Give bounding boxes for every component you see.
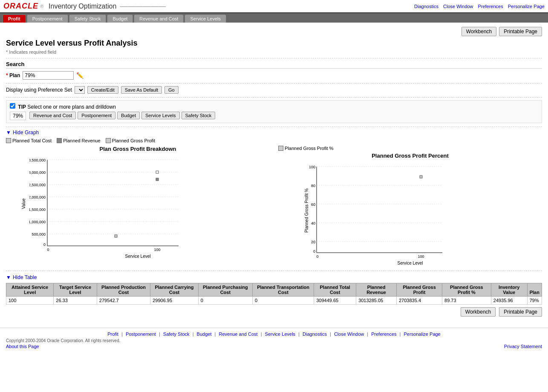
col-planned-carrying-cost[interactable]: Planned Carrying Cost [150, 283, 199, 297]
footer-links: Profit | Postponement | Safety Stock | B… [6, 331, 542, 337]
footer-postponement[interactable]: Postponement [126, 331, 156, 337]
tip-checkbox-input[interactable] [10, 103, 15, 109]
search-section-header: Search [6, 61, 542, 69]
svg-text:100: 100 [418, 254, 424, 259]
go-button[interactable]: Go [164, 86, 179, 94]
footer-close-window[interactable]: Close Window [334, 331, 364, 337]
tab-profit[interactable]: Profit [3, 14, 26, 23]
footer-safety-stock[interactable]: Safety Stock [163, 331, 190, 337]
plan-label: * Plan [6, 72, 20, 78]
col-planned-gross-profit-pct[interactable]: Planned Gross Profit % [442, 283, 491, 297]
divider-5 [6, 271, 542, 271]
cell-target-service-level: 26.33 [54, 297, 97, 305]
footer-profit[interactable]: Profit [107, 331, 118, 337]
col-planned-revenue[interactable]: Planned Revenue [356, 283, 397, 297]
svg-text:40: 40 [311, 221, 315, 225]
personalize-page-link[interactable]: Personalize Page [508, 4, 545, 9]
privacy-statement-link[interactable]: Privacy Statement [504, 344, 542, 349]
drilldown-revenue-cost[interactable]: Revenue and Cost [29, 112, 76, 119]
drilldown-budget[interactable]: Budget [117, 112, 140, 119]
printable-page-button-top[interactable]: Printable Page [499, 27, 542, 36]
copyright: Copyright 2000-2004 Oracle Corporation. … [6, 338, 542, 343]
plan-label-text: Plan [9, 72, 20, 78]
cell-planned-production-cost: 279542.7 [97, 297, 150, 305]
tab-budget[interactable]: Budget [107, 14, 133, 23]
svg-text:0: 0 [47, 248, 49, 252]
chart1-title: Plan Gross Profit Breakdown [6, 146, 270, 152]
footer-service-levels[interactable]: Service Levels [265, 331, 296, 337]
chart1-x-label: Service Level [6, 254, 270, 259]
chart2-title: Planned Gross Profit Percent [278, 153, 542, 159]
preference-label: Display using Preference Set [6, 87, 72, 93]
legend-label-gross-profit-pct: Planned Gross Profit % [285, 146, 333, 151]
svg-text:100: 100 [154, 248, 160, 252]
tab-service-levels[interactable]: Service Levels [185, 14, 226, 23]
table-row: 100 26.33 279542.7 29906.95 0 0 309449.6… [6, 297, 542, 305]
about-page-link[interactable]: About this Page [6, 344, 39, 349]
preference-select[interactable] [75, 86, 85, 94]
svg-text:3,000,000: 3,000,000 [29, 170, 46, 175]
tab-revenue-cost[interactable]: Revenue and Cost [134, 14, 184, 23]
svg-text:1,500,000: 1,500,000 [29, 208, 46, 212]
drilldown-safety-stock[interactable]: Safety Stock [182, 112, 216, 119]
footer-diagnostics[interactable]: Diagnostics [303, 331, 327, 337]
tab-postponement[interactable]: Postponement [27, 14, 68, 23]
cell-planned-gross-profit: 2703835.4 [397, 297, 442, 305]
cell-planned-revenue: 3013285.05 [356, 297, 397, 305]
drilldown-service-levels[interactable]: Service Levels [141, 112, 180, 119]
table-triangle-icon: ▼ [6, 274, 11, 280]
workbench-button-bottom[interactable]: Workbench [461, 307, 496, 317]
footer-budget[interactable]: Budget [197, 331, 212, 337]
close-window-link[interactable]: Close Window [443, 4, 473, 9]
plan-input[interactable] [23, 71, 74, 80]
workbench-button-top[interactable]: Workbench [461, 27, 496, 36]
create-edit-button[interactable]: Create/Edit [87, 86, 118, 94]
data-table: Attained Service Level Target Service Le… [6, 283, 542, 305]
col-inventory-value[interactable]: Inventory Value [491, 283, 527, 297]
drilldown-buttons: Revenue and Cost Postponement Budget Ser… [29, 112, 215, 119]
preference-row: Display using Preference Set Create/Edit… [6, 86, 542, 94]
chart2-x-label: Service Level [278, 261, 542, 265]
tip-checkbox[interactable] [10, 104, 18, 110]
svg-text:100: 100 [309, 165, 315, 169]
divider-1 [6, 58, 542, 58]
col-planned-purchasing-cost[interactable]: Planned Purchasing Cost [198, 283, 252, 297]
chart-legend-left: Planned Total Cost Planned Revenue Plann… [6, 138, 542, 143]
col-attained-service-level[interactable]: Attained Service Level [6, 283, 54, 297]
footer-revenue-cost[interactable]: Revenue and Cost [219, 331, 257, 337]
legend-gross-profit: Planned Gross Profit [106, 138, 156, 143]
drilldown-postponement[interactable]: Postponement [78, 112, 115, 119]
printable-page-button-bottom[interactable]: Printable Page [499, 307, 542, 317]
svg-rect-19 [156, 171, 159, 173]
col-planned-transportation-cost[interactable]: Planned Transportation Cost [252, 283, 314, 297]
tab-safety-stock[interactable]: Safety Stock [69, 14, 107, 23]
save-as-default-button[interactable]: Save As Default [121, 86, 162, 94]
tip-label: TIP [18, 104, 26, 110]
footer-preferences[interactable]: Preferences [371, 331, 396, 337]
footer-sep-1: | [121, 331, 124, 337]
chart2-legend: Planned Gross Profit % [278, 146, 542, 151]
plan-item[interactable]: 79% [10, 112, 26, 120]
legend-box-gross-profit-pct [278, 146, 283, 151]
col-target-service-level[interactable]: Target Service Level [54, 283, 97, 297]
hide-table-link[interactable]: ▼ Hide Table [6, 274, 542, 280]
legend-gross-profit-pct: Planned Gross Profit % [278, 146, 333, 151]
chart1-container: Plan Gross Profit Breakdown Value 3,500,… [6, 146, 270, 265]
col-plan[interactable]: Plan [527, 283, 542, 297]
preferences-link[interactable]: Preferences [478, 4, 503, 9]
col-planned-gross-profit[interactable]: Planned Gross Profit [397, 283, 442, 297]
svg-text:2,500,000: 2,500,000 [29, 183, 46, 187]
footer-bottom: About this Page Privacy Statement [6, 344, 542, 349]
diagnostics-link[interactable]: Diagnostics [414, 4, 438, 9]
col-planned-production-cost[interactable]: Planned Production Cost [97, 283, 150, 297]
plan-edit-icon[interactable]: ✏️ [76, 72, 84, 79]
chart2-y-label: Planned Gross Profit % [304, 188, 309, 233]
plan-list: 79% Revenue and Cost Postponement Budget… [10, 112, 538, 120]
required-note: * Indicates required field [6, 49, 542, 55]
footer-personalize-page[interactable]: Personalize Page [404, 331, 441, 337]
hide-graph-link[interactable]: ▼ Hide Graph [6, 130, 542, 135]
svg-text:500,000: 500,000 [32, 232, 46, 236]
divider-3 [6, 97, 542, 98]
col-planned-total-cost[interactable]: Planned Total Cost [314, 283, 356, 297]
legend-label-revenue: Planned Revenue [63, 138, 100, 143]
